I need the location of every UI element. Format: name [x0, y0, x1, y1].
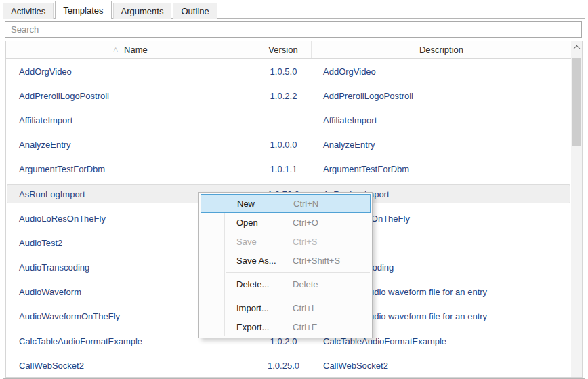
cell-version: 1.0.2.2: [255, 91, 312, 101]
tab-arguments[interactable]: Arguments: [113, 3, 172, 19]
cell-name: AddPrerollLogoPostroll: [6, 91, 255, 101]
menu-item-import[interactable]: Import... Ctrl+I: [199, 298, 372, 317]
cell-description: AffiliateImport: [312, 115, 571, 125]
column-header-name[interactable]: △ Name: [6, 41, 255, 58]
menu-separator: [226, 272, 370, 273]
menu-item-save-as-shortcut: Ctrl+Shift+S: [293, 256, 340, 266]
cell-version: 1.0.25.0: [255, 361, 312, 371]
tab-outline-label: Outline: [181, 6, 209, 16]
cell-name: CallWebSocket2: [6, 361, 255, 371]
menu-item-save-label: Save: [236, 237, 257, 247]
menu-item-save: Save Ctrl+S: [199, 232, 372, 251]
cell-description: CallWebSocket2: [312, 361, 571, 371]
tab-templates[interactable]: Templates: [55, 1, 111, 19]
menu-item-import-shortcut: Ctrl+I: [293, 303, 314, 313]
tab-strip: Activities Templates Arguments Outline: [3, 1, 219, 19]
tab-arguments-label: Arguments: [121, 6, 164, 16]
cell-description: ArgumentTestForDbm: [312, 164, 571, 174]
tab-outline[interactable]: Outline: [173, 3, 217, 19]
column-header-version-label: Version: [268, 45, 297, 55]
menu-item-save-shortcut: Ctrl+S: [293, 237, 317, 247]
menu-item-export-label: Export...: [236, 322, 269, 332]
column-header-version[interactable]: Version: [255, 41, 312, 58]
context-menu: New Ctrl+N Open Ctrl+O Save Ctrl+S Save …: [198, 192, 373, 338]
cell-description: AddOrgVideo: [312, 66, 571, 77]
menu-item-open[interactable]: Open Ctrl+O: [199, 213, 372, 232]
cell-version: 1.0.0.0: [255, 140, 312, 150]
chevron-up-icon: [573, 45, 580, 52]
menu-item-delete-label: Delete...: [236, 279, 269, 290]
table-row[interactable]: CallWebSocket2 1.0.25.0 CallWebSocket2: [6, 353, 571, 378]
tab-activities-label: Activities: [11, 6, 45, 16]
sort-ascending-icon: △: [113, 47, 118, 53]
search-input[interactable]: [5, 21, 582, 38]
menu-item-export[interactable]: Export... Ctrl+E: [199, 317, 372, 336]
cell-version: 1.0.1.1: [255, 164, 312, 174]
table-row[interactable]: AnalyzeEntry 1.0.0.0 AnalyzeEntry: [6, 133, 571, 157]
cell-name: ArgumentTestForDbm: [6, 164, 255, 174]
cell-name: AddOrgVideo: [6, 66, 255, 77]
menu-item-save-as-label: Save As...: [236, 256, 276, 266]
cell-version: 1.0.5.0: [255, 66, 312, 77]
menu-item-delete-shortcut: Delete: [293, 279, 318, 290]
column-header-description[interactable]: Description: [312, 41, 571, 58]
menu-item-new-label: New: [237, 199, 255, 209]
column-header-name-label: Name: [124, 45, 148, 55]
table-row[interactable]: AddPrerollLogoPostroll 1.0.2.2 AddPrerol…: [6, 83, 571, 108]
scrollbar-thumb[interactable]: [572, 58, 581, 146]
cell-name: AnalyzeEntry: [6, 140, 255, 150]
table-row[interactable]: ArgumentTestForDbm 1.0.1.1 ArgumentTestF…: [6, 157, 571, 182]
menu-item-open-shortcut: Ctrl+O: [293, 218, 318, 228]
tab-templates-label: Templates: [63, 5, 103, 16]
menu-item-new-shortcut: Ctrl+N: [293, 199, 318, 209]
column-header-description-label: Description: [419, 45, 463, 55]
table-row[interactable]: AddOrgVideo 1.0.5.0 AddOrgVideo: [6, 59, 571, 83]
table-row[interactable]: AffiliateImport AffiliateImport: [6, 108, 571, 132]
menu-item-import-label: Import...: [236, 303, 269, 313]
scroll-up-button[interactable]: [571, 41, 582, 54]
menu-item-export-shortcut: Ctrl+E: [293, 322, 317, 332]
menu-separator: [226, 296, 370, 296]
cell-description: AnalyzeEntry: [312, 140, 571, 150]
vertical-scrollbar[interactable]: [571, 41, 582, 377]
table-header-row: △ Name Version Description: [6, 41, 571, 59]
cell-description: AddPrerollLogoPostroll: [312, 91, 571, 101]
menu-item-new[interactable]: New Ctrl+N: [201, 194, 371, 213]
menu-item-open-label: Open: [236, 218, 258, 228]
menu-item-save-as[interactable]: Save As... Ctrl+Shift+S: [199, 251, 372, 270]
cell-name: AffiliateImport: [6, 115, 255, 125]
tab-activities[interactable]: Activities: [3, 3, 54, 19]
menu-item-delete[interactable]: Delete... Delete: [199, 275, 372, 294]
